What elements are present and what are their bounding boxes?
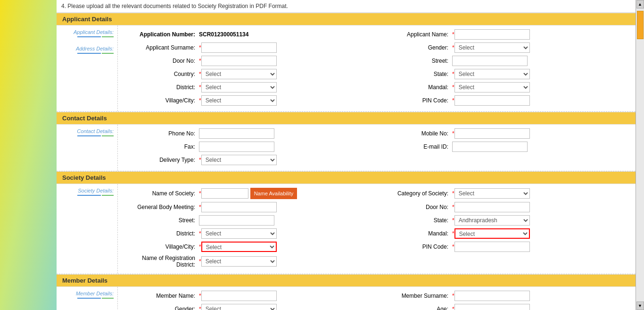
reg-district-label: Name of Registration District:: [124, 255, 199, 268]
member-sidebar-label: Member Details:: [60, 291, 114, 296]
applicant-section-header: Applicant Details: [57, 13, 636, 25]
member-gender-select[interactable]: Select: [201, 304, 277, 310]
email-input[interactable]: [452, 142, 528, 152]
member-age-label: Age:: [377, 306, 452, 310]
society-name-input[interactable]: [201, 188, 248, 199]
state-select-applicant[interactable]: Select: [454, 69, 530, 79]
member-section: Member Details Member Details: Member Na…: [57, 274, 636, 310]
society-door-no-label: Door No:: [377, 204, 452, 210]
reg-district-select[interactable]: Select: [201, 256, 277, 267]
category-select[interactable]: Select: [454, 188, 530, 199]
member-surname-label: Member Surname:: [377, 293, 452, 299]
society-section: Society Details Society Details: Name of…: [57, 171, 636, 274]
society-street-label: Street:: [124, 217, 199, 224]
scrollbar-thumb[interactable]: [637, 11, 644, 39]
applicant-surname-input[interactable]: [201, 42, 277, 53]
fax-label: Fax:: [124, 143, 199, 150]
general-body-label: General Body Meeting:: [124, 204, 199, 210]
society-district-label: District:: [124, 230, 199, 237]
member-section-header: Member Details: [57, 274, 636, 287]
member-age-input[interactable]: [454, 304, 530, 310]
scrollbar-up-arrow[interactable]: ▲: [636, 0, 644, 8]
country-select[interactable]: Select: [201, 69, 277, 79]
general-body-input[interactable]: [201, 202, 277, 212]
society-pin-code-label: PIN Code:: [377, 243, 452, 250]
application-number-label: Application Number:: [124, 31, 199, 38]
society-district-select[interactable]: Select: [201, 228, 277, 239]
member-name-input[interactable]: [201, 291, 277, 301]
society-section-header: Society Details: [57, 171, 636, 184]
society-sidebar-label: Society Details:: [60, 188, 114, 193]
village-city-label-applicant: Village/City:: [124, 97, 199, 104]
door-no-label: Door No:: [124, 58, 199, 64]
society-state-label: State:: [377, 217, 452, 224]
upload-notice: 4. Please upload all the relevant docume…: [57, 0, 636, 13]
contact-section: Contact Details Contact Details: Phone N…: [57, 112, 636, 171]
gender-label: Gender:: [377, 44, 452, 51]
category-label: Category of Society:: [377, 190, 452, 197]
applicant-surname-label: Applicant Surname:: [124, 44, 199, 51]
society-state-select[interactable]: Andhrapradesh: [454, 215, 530, 226]
address-sidebar-label: Address Details:: [60, 46, 114, 51]
contact-sidebar-label: Contact Details:: [60, 128, 114, 134]
member-surname-input[interactable]: [454, 291, 530, 301]
street-input[interactable]: [452, 56, 528, 66]
email-label: E-mail ID:: [377, 143, 452, 150]
pin-code-input-applicant[interactable]: [454, 95, 530, 106]
mandal-label-applicant: Mandal:: [377, 84, 452, 91]
street-label-applicant: Street:: [377, 58, 452, 64]
society-village-city-label: Village/City:: [124, 243, 199, 250]
member-name-label: Member Name:: [124, 293, 199, 299]
pin-code-label-applicant: PIN Code:: [377, 97, 452, 104]
society-mandal-label: Mandal:: [377, 230, 452, 237]
district-select-applicant[interactable]: Select: [201, 82, 277, 92]
member-gender-label: Gender:: [124, 306, 199, 310]
society-village-city-select[interactable]: Select: [201, 242, 277, 252]
applicant-name-label: Applicant Name:: [377, 31, 452, 38]
applicant-sidebar-label: Applicant Details:: [60, 29, 114, 35]
society-pin-code-input[interactable]: [454, 242, 530, 252]
applicant-name-input[interactable]: [454, 29, 530, 40]
delivery-type-select[interactable]: Select: [201, 155, 277, 165]
gender-select[interactable]: Select: [454, 42, 530, 53]
phone-label: Phone No:: [124, 130, 199, 137]
society-door-no-input[interactable]: [454, 202, 530, 212]
state-label-applicant: State:: [377, 71, 452, 77]
society-name-label: Name of Society:: [124, 190, 199, 197]
application-number-value: SCR012300051134: [199, 31, 248, 38]
mobile-input[interactable]: [454, 128, 530, 139]
contact-section-header: Contact Details: [57, 112, 636, 125]
fax-input[interactable]: [199, 142, 274, 152]
phone-input[interactable]: [199, 128, 274, 139]
mandal-select-applicant[interactable]: Select: [454, 82, 530, 92]
society-mandal-select[interactable]: Select: [454, 228, 530, 239]
applicant-section: Applicant Details Applicant Details: Add…: [57, 13, 636, 112]
mobile-label: Mobile No:: [377, 130, 452, 137]
delivery-type-label: Delivery Type:: [124, 157, 199, 163]
country-label: Country:: [124, 71, 199, 77]
door-no-input[interactable]: [201, 56, 277, 66]
scrollbar-down-arrow[interactable]: ▼: [636, 302, 644, 310]
name-availability-button[interactable]: Name Availability: [250, 188, 297, 199]
district-label-applicant: District:: [124, 84, 199, 91]
society-street-input[interactable]: [199, 215, 274, 226]
scrollbar[interactable]: ▲ ▼: [636, 0, 644, 310]
village-city-select-applicant[interactable]: Select: [201, 95, 277, 106]
